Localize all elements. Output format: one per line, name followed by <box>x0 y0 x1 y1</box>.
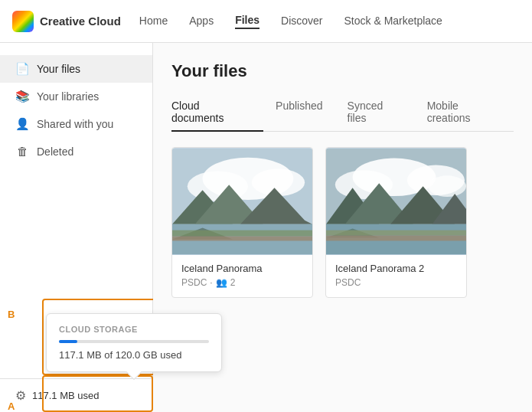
label-a: A <box>8 401 15 412</box>
collab-icon: · <box>210 277 212 288</box>
brand-name: Creative Cloud <box>40 15 121 28</box>
sidebar-item-deleted[interactable]: 🗑 Deleted <box>0 138 152 165</box>
sidebar-shared-label: Shared with you <box>37 118 113 130</box>
sidebar-item-your-files[interactable]: 📄 Your files <box>0 55 152 83</box>
file-info-1: Iceland Panorama PSDC · 👥 2 <box>172 255 312 297</box>
collab-count-1: 2 <box>230 277 236 288</box>
nav-apps[interactable]: Apps <box>189 15 214 28</box>
file-type-2: PSDC <box>335 277 361 288</box>
storage-bar-fill <box>59 340 77 343</box>
gear-icon: ⚙ <box>15 388 26 403</box>
sidebar: 📄 Your files 📚 Your libraries 👤 Shared w… <box>0 43 153 412</box>
tab-cloud-documents[interactable]: Cloud documents <box>171 93 263 132</box>
storage-bar[interactable]: ⚙ 117.1 MB used <box>0 378 153 412</box>
sidebar-item-shared[interactable]: 👤 Shared with you <box>0 110 152 138</box>
file-grid: Iceland Panorama PSDC · 👥 2 <box>171 147 514 298</box>
page-title: Your files <box>171 61 514 81</box>
storage-bar-background <box>59 340 209 343</box>
file-info-2: Iceland Panorama 2 PSDC <box>326 255 466 297</box>
storage-tooltip-title: CLOUD STORAGE <box>59 325 209 334</box>
storage-tooltip: CLOUD STORAGE 117.1 MB of 120.0 GB used <box>46 313 222 372</box>
brand-logo[interactable]: Creative Cloud <box>12 11 121 32</box>
nav-files[interactable]: Files <box>235 14 259 29</box>
tab-synced-files[interactable]: Synced files <box>335 93 415 132</box>
trash-icon: 🗑 <box>15 145 29 158</box>
file-name-1: Iceland Panorama <box>181 263 303 274</box>
svg-rect-23 <box>326 236 466 241</box>
creative-cloud-icon <box>12 11 34 32</box>
sidebar-item-libraries[interactable]: 📚 Your libraries <box>0 83 152 110</box>
svg-rect-10 <box>172 237 312 241</box>
svg-point-15 <box>429 175 466 197</box>
file-type-1: PSDC <box>181 277 207 288</box>
tab-published[interactable]: Published <box>263 93 335 132</box>
sidebar-deleted-label: Deleted <box>37 146 73 158</box>
sidebar-libraries-label: Your libraries <box>37 90 99 103</box>
file-card-iceland-panorama[interactable]: Iceland Panorama PSDC · 👥 2 <box>171 147 313 298</box>
top-navigation: Creative Cloud Home Apps Files Discover … <box>0 0 532 43</box>
file-thumbnail-1 <box>172 148 312 255</box>
file-thumbnail-2 <box>326 148 466 255</box>
file-meta-1: PSDC · 👥 2 <box>181 277 303 288</box>
label-b: B <box>8 309 15 320</box>
nav-links: Home Apps Files Discover Stock & Marketp… <box>139 14 520 29</box>
tab-mobile-creations[interactable]: Mobile creations <box>415 93 514 132</box>
storage-tooltip-text: 117.1 MB of 120.0 GB used <box>59 349 209 361</box>
svg-rect-22 <box>326 231 466 236</box>
nav-discover[interactable]: Discover <box>281 15 322 28</box>
storage-used-label: 117.1 MB used <box>32 390 99 401</box>
sidebar-your-files-label: Your files <box>37 63 80 75</box>
file-card-iceland-panorama-2[interactable]: Iceland Panorama 2 PSDC <box>325 147 467 298</box>
main-layout: 📄 Your files 📚 Your libraries 👤 Shared w… <box>0 43 532 412</box>
svg-rect-9 <box>172 231 312 237</box>
nav-home[interactable]: Home <box>139 15 168 28</box>
file-meta-2: PSDC <box>335 277 457 288</box>
file-name-2: Iceland Panorama 2 <box>335 263 457 274</box>
collab-icon-1: 👥 <box>216 277 227 288</box>
file-tabs: Cloud documents Published Synced files M… <box>171 93 514 132</box>
library-icon: 📚 <box>15 90 29 103</box>
user-icon: 👤 <box>15 117 29 131</box>
nav-stock[interactable]: Stock & Marketplace <box>344 15 442 28</box>
file-icon: 📄 <box>15 62 29 76</box>
